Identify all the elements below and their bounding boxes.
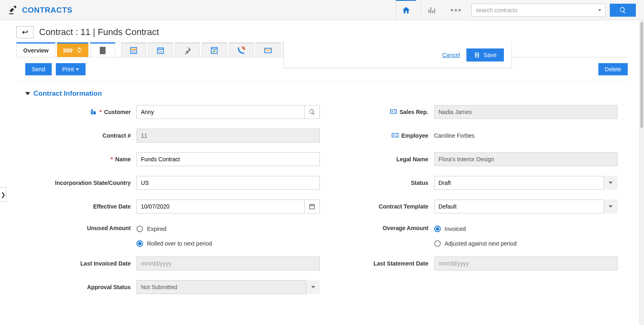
tab-task[interactable] (202, 42, 227, 57)
top-bar: CONTRACTS ••• (0, 0, 644, 20)
back-button[interactable]: ↩ (16, 26, 33, 38)
cancel-link[interactable]: Cancel (442, 52, 460, 58)
chart-icon[interactable] (421, 0, 441, 20)
send-button[interactable]: Send (25, 63, 52, 75)
chevron-down-icon[interactable] (604, 200, 618, 213)
save-icon (474, 52, 480, 58)
save-button[interactable]: Save (466, 48, 504, 61)
row-last-stmt-date: Last Statement Date (343, 257, 628, 270)
page-title: Contract : 11 | Funds Contract (39, 27, 159, 37)
page-title-row: ↩ Contract : 11 | Funds Contract (16, 26, 628, 38)
row-customer: * Customer (45, 105, 330, 119)
building-icon (90, 108, 97, 116)
svg-rect-15 (91, 112, 92, 112)
form-grid: * Customer Contract # *Name (16, 105, 628, 304)
row-contract-no: Contract # (45, 129, 330, 143)
svg-rect-14 (91, 110, 92, 111)
tab-overview[interactable]: Overview (16, 42, 55, 57)
calendar-icon (309, 203, 315, 210)
eff-date-input[interactable] (136, 200, 304, 213)
tab-notes[interactable] (90, 42, 115, 57)
radio-unused-rolled[interactable]: Rolled over to next period (136, 240, 320, 247)
row-name: *Name (45, 152, 330, 166)
id-card-icon (390, 108, 397, 116)
svg-rect-7 (211, 47, 218, 53)
name-input[interactable] (136, 152, 320, 166)
approval-status-select[interactable] (136, 280, 320, 294)
row-contract-tpl: Contract Template (343, 200, 628, 213)
contract-tpl-select[interactable] (434, 200, 618, 213)
form-col-left: * Customer Contract # *Name (45, 105, 330, 304)
chevron-down-icon[interactable] (604, 176, 618, 190)
radio-overage-adjusted[interactable]: Adjusted against next period (434, 240, 618, 247)
search-button[interactable] (610, 4, 636, 17)
id-card-icon (391, 132, 399, 140)
svg-rect-20 (390, 110, 396, 113)
search-wrap (471, 4, 636, 17)
refresh-icon (76, 46, 83, 54)
chevron-down-icon (25, 92, 30, 95)
row-eff-date: Effective Date (45, 200, 330, 213)
delete-button[interactable]: Delete (598, 63, 628, 75)
actions-row: Send Print Delete Cancel Save (16, 57, 628, 82)
inc-state-input[interactable] (136, 176, 320, 190)
eff-date-picker-button[interactable] (304, 200, 320, 213)
legal-name-input (434, 152, 618, 166)
svg-point-21 (391, 111, 393, 112)
more-icon[interactable]: ••• (446, 0, 466, 20)
gavel-icon (8, 4, 19, 16)
tab-calendar[interactable]: 31 (148, 42, 173, 57)
svg-rect-24 (392, 133, 398, 137)
row-status: Status (343, 176, 628, 190)
chevron-down-icon[interactable] (306, 280, 320, 294)
logo-section: CONTRACTS (8, 4, 73, 16)
svg-rect-16 (310, 204, 314, 209)
tab-call[interactable] (229, 42, 254, 57)
svg-text:31: 31 (159, 49, 162, 53)
last-stmt-date-input (434, 257, 618, 270)
tab-360[interactable]: 360° (57, 42, 88, 57)
last-inv-date-input (136, 257, 320, 270)
search-input[interactable] (471, 4, 593, 17)
tab-list[interactable] (121, 42, 146, 57)
chevron-down-icon (76, 68, 79, 70)
svg-rect-0 (131, 47, 137, 53)
section-contract-info[interactable]: Contract Information (25, 90, 628, 98)
home-icon[interactable] (396, 0, 416, 20)
row-overage-amt: Overage Amount Invoiced Adjusted against… (343, 223, 628, 247)
row-employee: Employee Caroline Forbes (343, 129, 628, 143)
form-col-right: Sales Rep. Employee Caroline Forbes Lega… (343, 105, 628, 304)
row-approval-status: Approval Status (45, 280, 330, 294)
customer-lookup-button[interactable] (304, 105, 320, 119)
status-select[interactable] (434, 176, 618, 190)
svg-point-25 (393, 134, 395, 136)
content: ↩ Contract : 11 | Funds Contract Overvie… (0, 20, 644, 320)
radio-overage-invoiced[interactable]: Invoiced (434, 226, 618, 232)
contract-no-input (136, 129, 320, 143)
row-unused-amt: Unused Amount Expired Rolled over to nex… (45, 223, 330, 247)
tab-pin[interactable] (175, 42, 200, 57)
employee-value: Caroline Forbes (434, 130, 618, 141)
radio-unused-expired[interactable]: Expired (136, 226, 320, 232)
sales-rep-input (434, 105, 618, 119)
tab-email[interactable] (255, 42, 281, 57)
search-icon (309, 109, 315, 115)
row-last-inv-date: Last Invoiced Date (45, 257, 330, 270)
print-button[interactable]: Print (56, 63, 86, 75)
logo-text[interactable]: CONTRACTS (22, 6, 73, 15)
row-legal-name: Legal Name (343, 152, 628, 166)
save-cancel-box: Cancel Save (284, 42, 512, 68)
customer-input[interactable] (136, 105, 304, 119)
row-sales-rep: Sales Rep. (343, 105, 628, 119)
top-right: ••• (396, 0, 636, 20)
row-inc-state: Incorporation State/Country (45, 176, 330, 190)
search-dropdown[interactable] (593, 4, 606, 17)
